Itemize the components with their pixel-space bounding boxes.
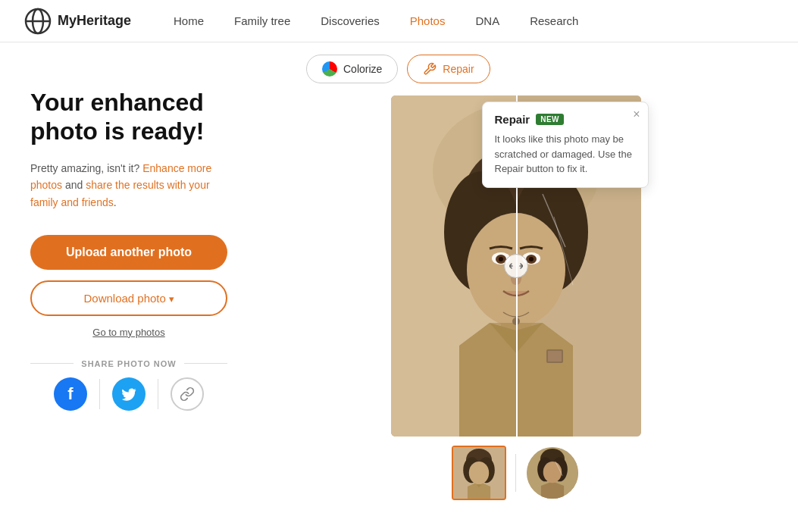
go-to-photos-link[interactable]: Go to my photos bbox=[30, 327, 227, 338]
headline: Your enhanced photo is ready! bbox=[30, 88, 227, 146]
nav-dna[interactable]: DNA bbox=[475, 14, 499, 27]
svg-point-33 bbox=[543, 462, 562, 483]
handle-arrows-icon bbox=[509, 261, 523, 271]
thumbnail-enhanced[interactable] bbox=[452, 446, 506, 500]
thumb-original-svg bbox=[527, 446, 578, 500]
subtext: Pretty amazing, isn't it? Enhance more p… bbox=[30, 160, 227, 211]
tooltip-close-button[interactable]: × bbox=[633, 108, 640, 120]
nav-discoveries[interactable]: Discoveries bbox=[321, 14, 380, 27]
nav-home[interactable]: Home bbox=[174, 14, 204, 27]
thumbnail-original[interactable] bbox=[525, 446, 580, 500]
tooltip-title: Repair bbox=[495, 113, 530, 126]
tooltip-new-badge: NEW bbox=[536, 114, 564, 125]
thumbnails-row bbox=[452, 446, 580, 500]
repair-tooltip: Repair NEW × It looks like this photo ma… bbox=[482, 102, 649, 188]
photo-viewer: Repair NEW × It looks like this photo ma… bbox=[391, 95, 641, 437]
tooltip-body: It looks like this photo may be scratche… bbox=[495, 132, 636, 177]
brand-name: MyHeritage bbox=[58, 13, 131, 29]
nav-research[interactable]: Research bbox=[530, 14, 578, 27]
thumb-enhanced-inner bbox=[453, 447, 505, 499]
share-icons: f bbox=[54, 377, 204, 411]
share-separator-2 bbox=[158, 379, 158, 409]
colorize-icon bbox=[322, 61, 337, 77]
nav-photos[interactable]: Photos bbox=[410, 14, 446, 27]
photo-handle[interactable] bbox=[504, 254, 528, 278]
twitter-icon bbox=[120, 386, 137, 402]
svg-rect-21 bbox=[548, 351, 562, 361]
tabs-row: Colorize Repair bbox=[306, 55, 490, 83]
tooltip-header: Repair NEW bbox=[495, 113, 636, 126]
tab-repair[interactable]: Repair bbox=[407, 55, 490, 83]
repair-icon bbox=[423, 62, 437, 76]
logo[interactable]: MyHeritage bbox=[24, 8, 131, 35]
upload-another-photo-button[interactable]: Upload another photo bbox=[30, 235, 227, 270]
tab-colorize[interactable]: Colorize bbox=[306, 55, 398, 83]
navbar: MyHeritage Home Family tree Discoveries … bbox=[0, 0, 798, 42]
thumbnail-separator bbox=[515, 454, 516, 492]
main-container: Your enhanced photo is ready! Pretty ama… bbox=[0, 42, 798, 532]
download-photo-button[interactable]: Download photo bbox=[30, 280, 227, 316]
share-link-button[interactable] bbox=[171, 377, 204, 411]
thumb-enhanced-svg bbox=[453, 446, 505, 500]
share-separator-1 bbox=[99, 379, 100, 409]
share-twitter-button[interactable] bbox=[112, 377, 146, 411]
logo-icon bbox=[24, 8, 52, 35]
left-panel: Your enhanced photo is ready! Pretty ama… bbox=[0, 42, 258, 532]
link-icon bbox=[180, 386, 195, 402]
svg-point-15 bbox=[499, 257, 503, 261]
thumb-original-inner bbox=[527, 447, 578, 499]
svg-point-27 bbox=[469, 462, 489, 484]
share-label: SHARE PHOTO NOW bbox=[30, 359, 227, 368]
nav-family-tree[interactable]: Family tree bbox=[234, 14, 290, 27]
svg-point-16 bbox=[529, 257, 534, 261]
right-panel: Colorize Repair bbox=[258, 42, 798, 532]
share-facebook-button[interactable]: f bbox=[54, 377, 87, 411]
share-section: SHARE PHOTO NOW f bbox=[30, 359, 227, 411]
